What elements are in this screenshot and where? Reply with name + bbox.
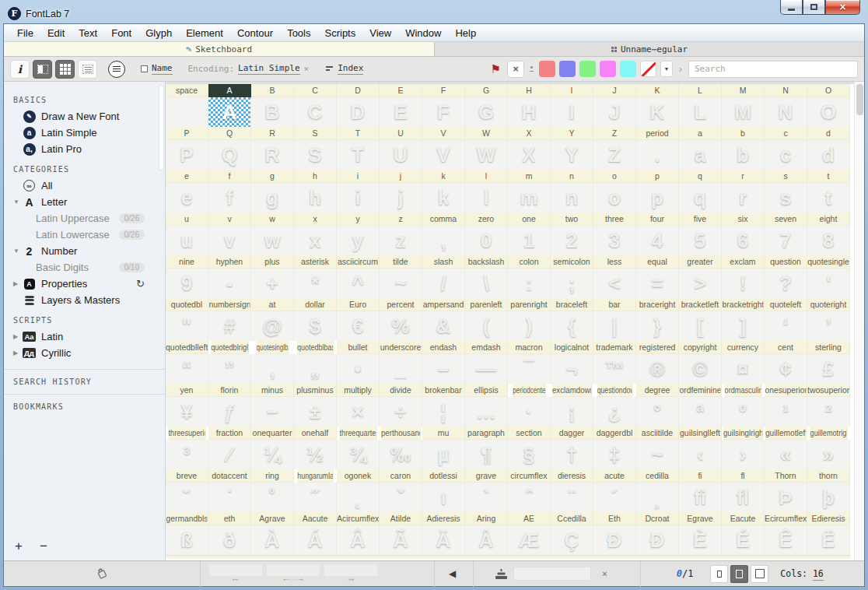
glyph-cell-quotesinglbase[interactable]: quotesinglbase‚ xyxy=(251,341,294,384)
glyph-cell-onehalf[interactable]: onehalf½ xyxy=(294,427,337,469)
glyph-cell-eight[interactable]: eight8 xyxy=(807,212,850,255)
tab-font-window[interactable]: Unname⋯egular xyxy=(434,42,864,56)
sidebar-item-latin-lowercase[interactable]: Latin Lowercase0/26 xyxy=(4,227,165,243)
glyph-cell-section[interactable]: section§ xyxy=(508,427,551,469)
glyph-cell-at[interactable]: at@ xyxy=(251,298,294,341)
glyph-cell-y[interactable]: YY xyxy=(551,127,593,170)
mark-color-swatch[interactable] xyxy=(539,61,555,77)
chevron-right-icon[interactable]: ▶ xyxy=(13,280,23,287)
glyph-cell-r[interactable]: rr xyxy=(722,170,765,212)
glyph-cell-d[interactable]: dd xyxy=(807,127,850,170)
glyph-cell-f[interactable]: ff xyxy=(208,170,251,212)
cols-value[interactable]: 16 xyxy=(813,568,824,581)
glyph-cell-emdash[interactable]: emdash— xyxy=(465,341,508,384)
glyph-cell-six[interactable]: six6 xyxy=(722,212,765,255)
glyph-cell-greater[interactable]: greater> xyxy=(679,255,722,298)
glyph-cell-ellipsis[interactable]: ellipsis… xyxy=(465,384,508,427)
cell-size-small-button[interactable] xyxy=(710,565,728,583)
glyph-cell-plus[interactable]: plus+ xyxy=(251,255,294,298)
view-options-button[interactable] xyxy=(108,61,125,78)
glyph-cell-j[interactable]: jj xyxy=(380,170,422,212)
glyph-cell-yen[interactable]: yen¥ xyxy=(166,384,208,427)
glyph-cell-m[interactable]: mm xyxy=(508,170,551,212)
clear-mark-button[interactable]: × xyxy=(507,61,524,78)
glyph-cell-percent[interactable]: percent% xyxy=(380,298,422,341)
glyph-cell-mu[interactable]: muµ xyxy=(422,427,465,469)
glyph-cell-dcroat[interactable]: DcroatĐ xyxy=(636,512,679,555)
rsb-field[interactable] xyxy=(324,564,377,576)
glyph-cell-quoteright[interactable]: quoteright’ xyxy=(807,298,850,341)
glyph-cell-less[interactable]: less< xyxy=(593,255,636,298)
encoding-selector[interactable]: Encoding: Latin Simple × xyxy=(188,63,310,75)
glyph-cell-e[interactable]: ee xyxy=(166,170,208,212)
search-input[interactable] xyxy=(688,61,858,78)
glyph-cell-currency[interactable]: currency¤ xyxy=(722,341,765,384)
sidebar-item-latin[interactable]: ▶AaLatin xyxy=(4,328,165,345)
glyph-cell-fl[interactable]: flﬂ xyxy=(722,469,765,512)
sidebar-view-button[interactable] xyxy=(33,60,52,79)
glyph-cell-ordfeminine[interactable]: ordfeminineª xyxy=(679,384,722,427)
minimize-button[interactable] xyxy=(780,0,803,15)
glyph-cell-t[interactable]: TT xyxy=(337,127,380,170)
glyph-cell-quoteleft[interactable]: quoteleft‘ xyxy=(765,298,807,341)
glyph-cell-onequarter[interactable]: onequarter¼ xyxy=(251,427,294,469)
anchor-input[interactable] xyxy=(513,567,591,581)
glyph-cell-minus[interactable]: minus− xyxy=(251,384,294,427)
glyph-cell-plusminus[interactable]: plusminus± xyxy=(294,384,337,427)
glyph-cell-i[interactable]: ii xyxy=(337,170,380,212)
lsb-field[interactable] xyxy=(209,564,262,576)
glyph-cell-dollar[interactable]: dollar$ xyxy=(294,298,337,341)
menu-item-text[interactable]: Text xyxy=(72,26,104,40)
refresh-icon[interactable]: ↻ xyxy=(136,278,145,290)
chevron-right-icon[interactable]: ▶ xyxy=(13,349,23,356)
glyph-cell-bar[interactable]: bar| xyxy=(593,298,636,341)
glyph-cell-ogonek[interactable]: ogonek˛ xyxy=(337,469,380,512)
glyph-cell-acute[interactable]: acute´ xyxy=(593,469,636,512)
glyph-cell-z[interactable]: zz xyxy=(380,212,422,255)
glyph-cell-q[interactable]: QQ xyxy=(208,127,251,170)
sidebar-item-basic-digits[interactable]: Basic Digits0/10 xyxy=(4,259,165,276)
menu-item-file[interactable]: File xyxy=(10,26,40,40)
glyph-cell-numbersign[interactable]: numbersign# xyxy=(208,298,251,341)
glyph-cell-paragraph[interactable]: paragraph¶ xyxy=(465,427,508,469)
glyph-cell-eth[interactable]: EthÐ xyxy=(593,512,636,555)
glyph-cell-tilde[interactable]: tilde~ xyxy=(380,255,422,298)
glyph-cell-periodcentered[interactable]: periodcentered· xyxy=(508,384,551,427)
sidebar-item-letter[interactable]: ▼ALetter xyxy=(4,194,165,210)
glyph-cell-guillemotright[interactable]: guillemotright» xyxy=(807,427,850,469)
glyph-cell-n[interactable]: nn xyxy=(551,170,593,212)
sidebar-item-draw-a-new-font[interactable]: ✎Draw a New Font xyxy=(4,108,165,125)
menu-item-contour[interactable]: Contour xyxy=(230,26,280,40)
glyph-cell-x[interactable]: xx xyxy=(294,212,337,255)
glyph-cell-threesuperior[interactable]: threesuperior³ xyxy=(166,427,208,469)
glyph-cell-dotaccent[interactable]: dotaccent˙ xyxy=(208,469,251,512)
sidebar-item-all[interactable]: ∞All xyxy=(4,177,165,194)
glyph-cell-guilsinglright[interactable]: guilsinglright› xyxy=(722,427,765,469)
glyph-cell-asterisk[interactable]: asterisk* xyxy=(294,255,337,298)
glyph-cell-aring[interactable]: AringÅ xyxy=(465,512,508,555)
glyph-cell-r[interactable]: RR xyxy=(251,127,294,170)
glyph-cell-underscore[interactable]: underscore_ xyxy=(380,341,422,384)
glyph-cell-florin[interactable]: florinƒ xyxy=(208,384,251,427)
mark-color-swatch[interactable] xyxy=(620,61,636,77)
glyph-cell-parenright[interactable]: parenright) xyxy=(508,298,551,341)
glyph-cell-h[interactable]: hh xyxy=(294,170,337,212)
glyph-cell-guilsinglleft[interactable]: guilsinglleft‹ xyxy=(679,427,722,469)
maximize-button[interactable] xyxy=(803,0,825,15)
glyph-cell-sterling[interactable]: sterling£ xyxy=(807,341,850,384)
glyph-cell-ordmasculine[interactable]: ordmasculineº xyxy=(722,384,765,427)
glyph-cell-germandbls[interactable]: germandblsß xyxy=(166,512,208,555)
menu-item-font[interactable]: Font xyxy=(104,26,138,40)
glyph-cell-seven[interactable]: seven7 xyxy=(765,212,807,255)
glyph-cell-bullet[interactable]: bullet• xyxy=(337,341,380,384)
index-label[interactable]: Index xyxy=(338,63,363,75)
glyph-cell-ampersand[interactable]: ampersand& xyxy=(422,298,465,341)
glyph-cell-perthousand[interactable]: perthousand‰ xyxy=(380,427,422,469)
flag-icon[interactable]: ⚑ xyxy=(491,62,501,76)
glyph-cell-asciitilde[interactable]: asciitilde~ xyxy=(636,427,679,469)
glyph-cell-c[interactable]: CC xyxy=(294,84,337,127)
glyph-cell-five[interactable]: five5 xyxy=(679,212,722,255)
glyph-cell-twosuperior[interactable]: twosuperior² xyxy=(807,384,850,427)
glyph-cell-b[interactable]: BB xyxy=(251,84,294,127)
glyph-cell-endash[interactable]: endash– xyxy=(422,341,465,384)
